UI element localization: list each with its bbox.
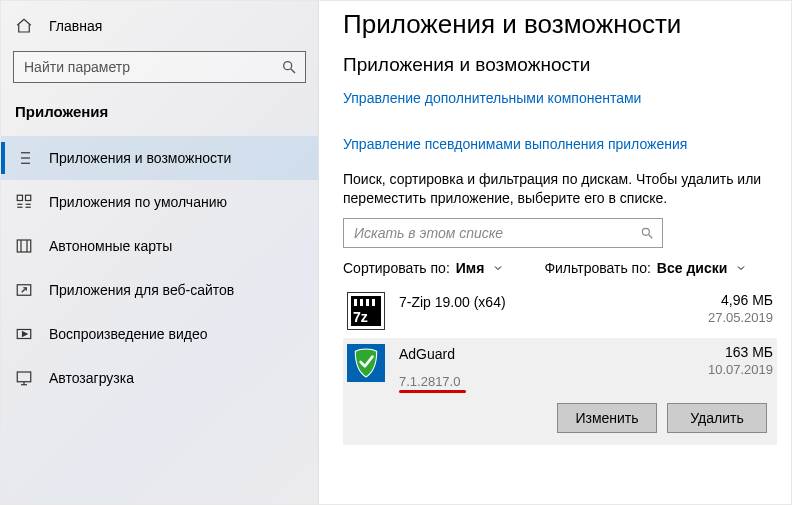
app-meta: 163 МБ 10.07.2019 (683, 344, 773, 377)
svg-line-1 (291, 69, 295, 73)
home-label: Главная (49, 18, 102, 34)
list-icon (15, 149, 33, 167)
sort-dropdown[interactable]: Сортировать по: Имя (343, 260, 504, 276)
apps-search[interactable] (343, 218, 663, 248)
app-size: 4,96 МБ (683, 292, 773, 308)
sidebar: Главная Приложения Приложения (1, 1, 319, 504)
filter-dropdown[interactable]: Фильтровать по: Все диски (544, 260, 747, 276)
chevron-down-icon (735, 262, 747, 274)
filter-label: Фильтровать по: (544, 260, 650, 276)
svg-rect-8 (17, 195, 22, 200)
defaults-icon (15, 193, 33, 211)
app-row-7zip[interactable]: 7z 7-Zip 19.00 (x64) 4,96 МБ 27.05.2019 (343, 286, 777, 336)
sidebar-item-apps-features[interactable]: Приложения и возможности (1, 136, 318, 180)
app-date: 27.05.2019 (683, 310, 773, 325)
home-link[interactable]: Главная (1, 11, 318, 45)
svg-marker-17 (23, 332, 28, 337)
sidebar-item-label: Приложения для веб-сайтов (49, 282, 234, 298)
video-icon (15, 325, 33, 343)
shield-icon (352, 348, 380, 378)
app-meta: 4,96 МБ 27.05.2019 (683, 292, 773, 325)
svg-point-21 (642, 228, 649, 235)
settings-search[interactable] (13, 51, 306, 83)
sidebar-item-label: Автономные карты (49, 238, 172, 254)
search-icon[interactable] (640, 226, 654, 240)
app-name: 7-Zip 19.00 (x64) (399, 294, 683, 310)
7z-icon: 7z (351, 296, 381, 326)
map-icon (15, 237, 33, 255)
sidebar-nav: Приложения и возможности Приложения по у… (1, 130, 318, 400)
sidebar-item-startup[interactable]: Автозагрузка (1, 356, 318, 400)
home-icon (15, 17, 33, 35)
startup-icon (15, 369, 33, 387)
sidebar-item-label: Приложения и возможности (49, 150, 231, 166)
sidebar-item-websites[interactable]: Приложения для веб-сайтов (1, 268, 318, 312)
app-size: 163 МБ (683, 344, 773, 360)
sidebar-item-label: Воспроизведение видео (49, 326, 207, 342)
chevron-down-icon (492, 262, 504, 274)
app-date: 10.07.2019 (683, 362, 773, 377)
sort-value: Имя (456, 260, 485, 276)
link-execution-aliases[interactable]: Управление псевдонимами выполнения прило… (343, 136, 777, 152)
app-version-text: 7.1.2817.0 (399, 374, 460, 389)
app-row-adguard[interactable]: AdGuard 7.1.2817.0 163 МБ 10.07.2019 Изм… (343, 338, 777, 445)
app-info: AdGuard 7.1.2817.0 (399, 344, 683, 389)
app-actions: Изменить Удалить (347, 389, 773, 439)
search-icon[interactable] (281, 59, 297, 75)
sidebar-item-video-playback[interactable]: Воспроизведение видео (1, 312, 318, 356)
svg-point-0 (284, 62, 292, 70)
sort-filter-bar: Сортировать по: Имя Фильтровать по: Все … (343, 260, 777, 276)
page-title: Приложения и возможности (343, 9, 777, 40)
sidebar-item-default-apps[interactable]: Приложения по умолчанию (1, 180, 318, 224)
open-link-icon (15, 281, 33, 299)
uninstall-button[interactable]: Удалить (667, 403, 767, 433)
svg-rect-14 (17, 240, 31, 252)
sort-label: Сортировать по: (343, 260, 450, 276)
app-icon: 7z (347, 292, 385, 330)
section-heading: Приложения и возможности (343, 54, 777, 76)
sidebar-section-title: Приложения (1, 99, 318, 130)
sidebar-item-label: Приложения по умолчанию (49, 194, 227, 210)
app-icon (347, 344, 385, 382)
modify-button[interactable]: Изменить (557, 403, 657, 433)
window-root: Главная Приложения Приложения (0, 0, 792, 505)
sidebar-item-offline-maps[interactable]: Автономные карты (1, 224, 318, 268)
app-version: 7.1.2817.0 (399, 374, 460, 389)
link-optional-features[interactable]: Управление дополнительными компонентами (343, 90, 777, 106)
apps-search-input[interactable] (352, 224, 640, 242)
filter-value: Все диски (657, 260, 727, 276)
description-text: Поиск, сортировка и фильтрация по дискам… (343, 170, 777, 208)
settings-search-input[interactable] (22, 58, 281, 76)
apps-list: 7z 7-Zip 19.00 (x64) 4,96 МБ 27.05.2019 (343, 286, 777, 445)
svg-rect-9 (26, 195, 31, 200)
app-info: 7-Zip 19.00 (x64) (399, 292, 683, 310)
app-name: AdGuard (399, 346, 683, 362)
sidebar-item-label: Автозагрузка (49, 370, 134, 386)
svg-line-22 (649, 235, 653, 239)
main-content: Приложения и возможности Приложения и во… (319, 1, 791, 504)
annotation-underline (399, 390, 466, 393)
svg-rect-18 (17, 372, 31, 382)
